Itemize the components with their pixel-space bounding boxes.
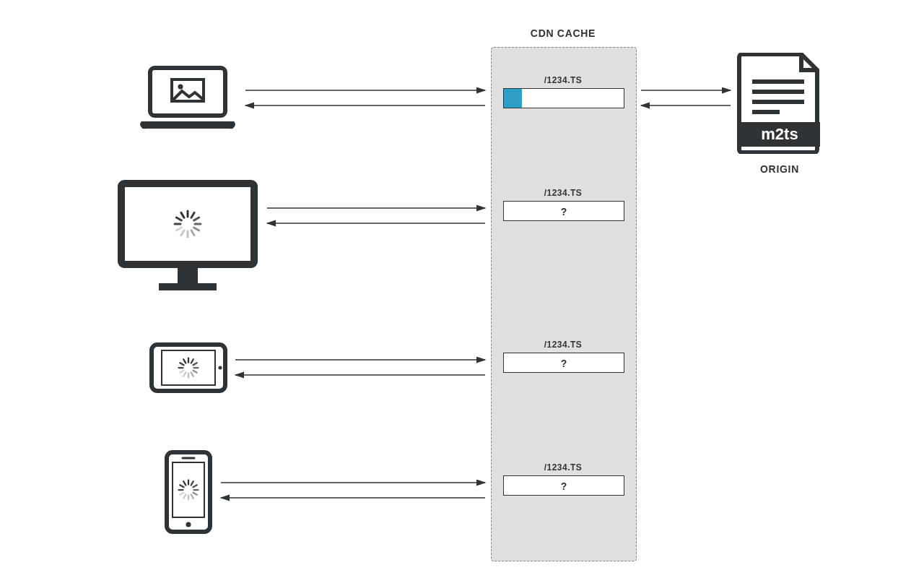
svg-line-50 — [180, 493, 183, 495]
segment-progress-box: ? — [503, 353, 624, 373]
svg-line-47 — [191, 495, 193, 499]
svg-point-7 — [178, 85, 183, 90]
svg-rect-8 — [121, 184, 254, 264]
svg-line-18 — [181, 230, 184, 236]
svg-rect-9 — [178, 266, 198, 283]
tablet-icon — [149, 342, 227, 393]
segment-progress-box: ? — [503, 201, 624, 221]
svg-line-46 — [193, 493, 197, 495]
svg-line-44 — [193, 485, 197, 487]
segment-progress-box: ? — [503, 475, 624, 496]
svg-line-31 — [191, 373, 193, 376]
svg-rect-5 — [150, 68, 225, 116]
svg-point-40 — [186, 522, 191, 527]
svg-line-19 — [176, 228, 181, 230]
svg-line-13 — [194, 217, 199, 220]
svg-line-33 — [183, 373, 186, 376]
svg-line-15 — [194, 228, 199, 230]
svg-line-49 — [183, 495, 186, 499]
segment-placeholder: ? — [504, 206, 624, 217]
svg-line-21 — [176, 217, 181, 220]
svg-point-25 — [219, 366, 222, 370]
cdn-cache-label: CDN CACHE — [498, 27, 628, 39]
svg-rect-10 — [159, 283, 217, 290]
svg-line-16 — [191, 230, 194, 236]
svg-line-36 — [180, 363, 183, 365]
origin-file-icon: m2ts — [736, 53, 823, 154]
svg-line-22 — [181, 212, 184, 217]
svg-line-28 — [193, 363, 197, 365]
svg-line-30 — [193, 371, 197, 373]
svg-line-12 — [191, 212, 194, 217]
svg-line-52 — [180, 485, 183, 487]
segment-label: /1234.TS — [503, 462, 623, 473]
svg-rect-23 — [152, 345, 225, 391]
segment-placeholder: ? — [504, 480, 624, 492]
segment-progress-fill — [504, 89, 522, 108]
diagram-canvas: CDN CACHE /1234.TS /1234.TS ? /1234.TS ?… — [0, 0, 924, 578]
svg-line-27 — [191, 359, 193, 363]
segment-label: /1234.TS — [503, 188, 623, 198]
origin-file-ext: m2ts — [761, 125, 798, 143]
svg-line-37 — [183, 359, 186, 363]
segment-label: /1234.TS — [503, 340, 623, 350]
svg-line-34 — [180, 371, 183, 373]
segment-placeholder: ? — [504, 358, 624, 369]
laptop-icon — [137, 64, 238, 136]
monitor-icon — [116, 179, 260, 295]
segment-label: /1234.TS — [503, 75, 623, 85]
svg-rect-39 — [173, 462, 204, 517]
svg-rect-24 — [162, 350, 215, 385]
phone-icon — [164, 449, 213, 535]
svg-line-53 — [183, 481, 186, 485]
origin-label: ORIGIN — [736, 163, 823, 175]
segment-progress-box — [503, 88, 624, 108]
svg-line-43 — [191, 481, 193, 485]
